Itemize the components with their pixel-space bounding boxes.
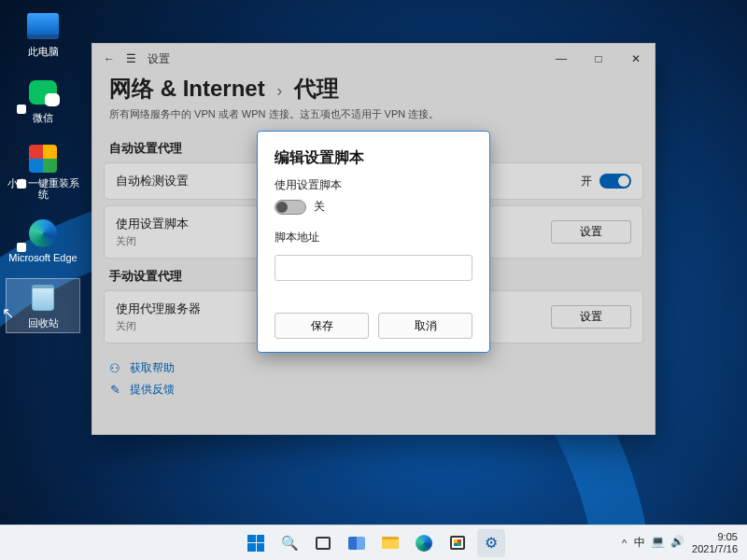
desktop-icon-wechat[interactable]: 微信: [6, 74, 80, 127]
taskbar: 🔍 ⚙ ^ 中 💻 🔊 9:05 2021/7/16: [0, 525, 747, 560]
volume-icon[interactable]: 🔊: [670, 535, 684, 551]
dialog-title: 编辑设置脚本: [275, 148, 472, 168]
desktop-label: Microsoft Edge: [8, 252, 77, 263]
store-icon[interactable]: [444, 529, 472, 557]
explorer-icon[interactable]: [376, 529, 404, 557]
search-icon[interactable]: 🔍: [275, 529, 303, 557]
enable-script-toggle[interactable]: [275, 200, 306, 215]
desktop-icons: 此电脑 微信 小白一键重装系统 Microsoft Edge 回收站: [6, 7, 80, 333]
desktop-label: 此电脑: [28, 45, 59, 59]
desktop-label: 小白一键重装系统: [6, 177, 80, 200]
edit-script-dialog: 编辑设置脚本 使用设置脚本 关 脚本地址 保存 取消: [257, 131, 490, 353]
desktop-icon-recycle-bin[interactable]: 回收站: [6, 278, 80, 333]
ime-indicator[interactable]: 中: [634, 535, 645, 551]
time-text: 9:05: [718, 531, 738, 543]
edge-icon[interactable]: [410, 529, 438, 557]
widgets-icon[interactable]: [343, 529, 371, 557]
date-text: 2021/7/16: [692, 543, 738, 555]
clock[interactable]: 9:05 2021/7/16: [692, 531, 738, 554]
desktop-label: 微信: [33, 111, 53, 125]
save-button[interactable]: 保存: [275, 313, 369, 339]
network-icon[interactable]: 💻: [651, 535, 665, 551]
start-button[interactable]: [242, 529, 270, 557]
enable-script-state: 关: [314, 199, 325, 215]
desktop-icon-edge[interactable]: Microsoft Edge: [6, 215, 80, 265]
task-view-icon[interactable]: [309, 529, 337, 557]
enable-script-label: 使用设置脚本: [275, 177, 472, 193]
desktop-label: 回收站: [28, 316, 59, 330]
desktop-icon-xiaobai[interactable]: 小白一键重装系统: [6, 140, 80, 202]
tray-chevron-icon[interactable]: ^: [622, 538, 627, 549]
script-address-input[interactable]: [275, 255, 472, 281]
script-address-label: 脚本地址: [275, 230, 472, 245]
desktop-icon-this-pc[interactable]: 此电脑: [6, 7, 80, 61]
cancel-button[interactable]: 取消: [378, 313, 472, 339]
settings-icon[interactable]: ⚙: [477, 529, 505, 557]
